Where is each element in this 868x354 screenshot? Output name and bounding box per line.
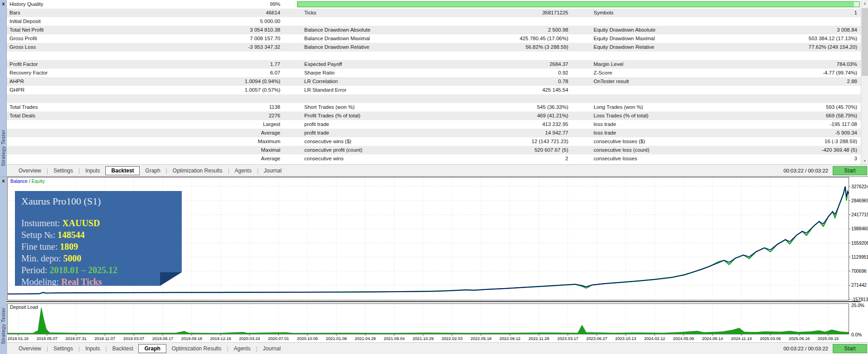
stat-label	[578, 51, 730, 60]
stat-row	[7, 51, 861, 60]
stat-label: Total Trades	[7, 103, 122, 112]
strategy-tester-label: Strategy Tester	[0, 130, 6, 166]
stat-value: 2276	[122, 112, 288, 120]
stat-value: 6.07	[122, 69, 288, 77]
tab-inputs[interactable]: Inputs	[80, 166, 106, 175]
svg-text:2020.03.24: 2020.03.24	[239, 336, 260, 341]
tab-agents[interactable]: Agents	[228, 344, 256, 353]
svg-text:2021.04.29: 2021.04.29	[355, 336, 376, 341]
svg-text:2025.09.15: 2025.09.15	[818, 336, 839, 341]
tab-optimization-results[interactable]: Optimization Results	[167, 166, 228, 175]
stat-label	[7, 154, 122, 163]
stat-value	[730, 86, 861, 94]
stat-label: Profit Trades (% of total)	[288, 112, 440, 120]
backtest-statistics-table: History Quality99%Bars46614Ticks35817122…	[7, 0, 861, 164]
stat-value: 425 780.45 (17.06%)	[440, 34, 578, 43]
elapsed-time-top: 00:03:22 / 00:03:22	[783, 168, 828, 173]
stat-value	[440, 94, 578, 103]
stat-value: 0.78	[440, 77, 578, 86]
svg-text:2021.08.04: 2021.08.04	[384, 336, 405, 341]
tab-inputs[interactable]: Inputs	[80, 344, 106, 353]
stat-label: loss trade	[578, 120, 730, 129]
info-period: Period: 2018.01 – 2025.12	[21, 264, 175, 276]
stat-row: Total Net Profit3 054 810.38Balance Draw…	[7, 26, 861, 34]
stat-row	[7, 94, 861, 103]
stat-value	[122, 94, 288, 103]
stat-row: Maximumconsecutive wins ($)12 (143 721.2…	[7, 137, 861, 146]
tab-graph[interactable]: Graph	[138, 344, 166, 353]
stat-value: Largest	[122, 120, 288, 129]
tab-optimization-results[interactable]: Optimization Results	[166, 344, 227, 353]
deposit-load-label: Deposit Load	[10, 304, 38, 310]
svg-text:2417715: 2417715	[851, 212, 868, 217]
stat-label: Profit Factor	[7, 60, 122, 69]
graph-panel: 3276224284696924177151988460155920611299…	[0, 177, 868, 342]
stat-label: Balance Drawdown Relative	[288, 43, 440, 51]
tab-overview[interactable]: Overview	[13, 344, 47, 353]
stat-row: History Quality99%	[7, 0, 861, 9]
stat-value: -3 953 347.32	[122, 43, 288, 51]
stat-value	[730, 17, 861, 26]
stat-value: 2684.37	[440, 60, 578, 69]
start-button-bottom[interactable]: Start	[833, 344, 867, 353]
svg-text:2023.06.27: 2023.06.27	[586, 336, 608, 341]
stat-value: 3 008.84	[730, 26, 861, 34]
tab-agents[interactable]: Agents	[229, 166, 257, 175]
stat-label: loss trade	[578, 129, 730, 137]
stat-row: Averageprofit trade14 942.77loss trade-5…	[7, 129, 861, 137]
stat-label: Expected Payoff	[288, 60, 440, 69]
stat-label: Symbols	[578, 9, 730, 17]
stat-value: 1.77	[122, 60, 288, 69]
svg-text:2019.09.18: 2019.09.18	[181, 336, 203, 341]
svg-text:2019.06.17: 2019.06.17	[152, 336, 174, 341]
stat-value	[440, 17, 578, 26]
stat-label: OnTester result	[578, 77, 730, 86]
scroll-down-icon[interactable]: ▼	[861, 158, 868, 164]
tabbar-bottom: Overview|Settings|Inputs|BacktestGraphOp…	[7, 342, 868, 354]
stat-value: 669 (58.79%)	[730, 112, 861, 120]
svg-text:2018.01.16: 2018.01.16	[8, 336, 29, 341]
stat-label: Gross Loss	[7, 43, 122, 51]
scrollbar-thumb[interactable]	[862, 8, 868, 76]
svg-text:2021.10.29: 2021.10.29	[413, 336, 434, 341]
svg-text:2022.11.28: 2022.11.28	[528, 336, 549, 341]
info-setup: Setup №: 148544	[21, 229, 175, 241]
stat-value: 3	[730, 154, 861, 163]
svg-text:2025.03.06: 2025.03.06	[760, 336, 781, 341]
tab-settings[interactable]: Settings	[48, 344, 78, 353]
svg-text:1559206: 1559206	[851, 241, 868, 246]
stat-label	[7, 120, 122, 129]
svg-text:2024.11.19: 2024.11.19	[731, 336, 752, 341]
svg-text:2019.03.07: 2019.03.07	[123, 336, 145, 341]
stat-row: Recovery Factor6.07Sharpe Ratio0.92Z-Sco…	[7, 69, 861, 77]
stat-value: 7 008 157.70	[122, 34, 288, 43]
svg-text:2022.05.18: 2022.05.18	[471, 336, 492, 341]
stats-scrollbar[interactable]: ▲ ▼	[861, 0, 868, 164]
close-icon[interactable]: x	[0, 0, 7, 7]
tab-graph[interactable]: Graph	[140, 166, 165, 175]
tab-overview[interactable]: Overview	[13, 166, 47, 175]
tab-backtest[interactable]: Backtest	[107, 344, 138, 353]
legend-balance: Balance	[10, 178, 28, 184]
stat-value: 469 (41.21%)	[440, 112, 578, 120]
stat-value: 1.0094 (0.94%)	[122, 77, 288, 86]
start-button-top[interactable]: Start	[833, 166, 867, 175]
stat-row: Total Trades1138Short Trades (won %)545 …	[7, 103, 861, 112]
stat-label: History Quality	[7, 0, 122, 9]
stat-row: AHPR1.0094 (0.94%)LR Correlation0.78OnTe…	[7, 77, 861, 86]
stat-row: Largestprofit trade413 232.95loss trade-…	[7, 120, 861, 129]
stat-value: 99%	[122, 0, 288, 9]
stat-value: 1.0057 (0.57%)	[122, 86, 288, 94]
close-icon[interactable]: x	[0, 177, 7, 184]
scroll-up-icon[interactable]: ▲	[861, 0, 868, 7]
svg-text:2018.07.31: 2018.07.31	[66, 336, 87, 341]
svg-text:2025.06.16: 2025.06.16	[789, 336, 810, 341]
tab-journal[interactable]: Journal	[259, 166, 287, 175]
tab-journal[interactable]: Journal	[257, 344, 286, 353]
svg-text:2024.02.12: 2024.02.12	[644, 336, 665, 341]
tab-backtest[interactable]: Backtest	[105, 166, 140, 175]
svg-text:3276224: 3276224	[851, 184, 868, 189]
stat-row: Total Deals2276Profit Trades (% of total…	[7, 112, 861, 120]
stat-label: Initial Deposit	[7, 17, 122, 26]
tab-settings[interactable]: Settings	[48, 166, 78, 175]
